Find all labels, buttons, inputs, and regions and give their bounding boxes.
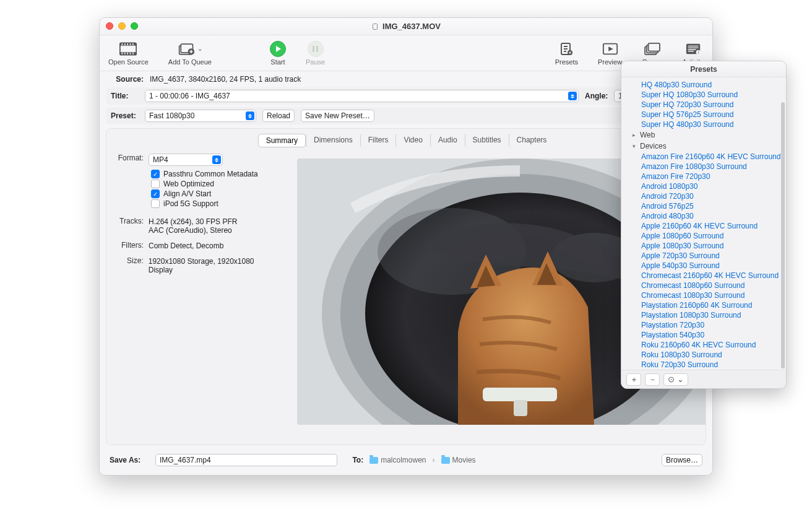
add-to-queue-menu-caret[interactable]: ⌄ — [197, 45, 202, 52]
preset-group-web[interactable]: ▸Web — [625, 129, 782, 141]
preset-actions-button[interactable]: ⊙ ⌄ — [663, 373, 688, 386]
preset-value: Fast 1080p30 — [149, 111, 194, 120]
web-optimized-checkbox[interactable] — [151, 180, 160, 188]
presets-icon — [558, 41, 575, 57]
tracks-line1: H.264 (x264), 30 FPS PFR — [149, 217, 237, 226]
passthru-label: Passthru Common Metadata — [163, 170, 258, 178]
svg-rect-4 — [122, 43, 123, 45]
add-preset-button[interactable]: ＋ — [626, 373, 641, 386]
presets-panel: Presets HQ 480p30 Surround Super HQ 1080… — [621, 61, 787, 389]
tab-filters[interactable]: Filters — [360, 134, 396, 147]
save-new-preset-button[interactable]: Save New Preset… — [301, 110, 374, 122]
preset-item[interactable]: Super HQ 1080p30 Surround — [625, 90, 782, 100]
preset-item[interactable]: Amazon Fire 720p30 — [625, 172, 782, 181]
svg-rect-9 — [122, 53, 123, 54]
reload-label: Reload — [267, 111, 290, 120]
preview-icon — [602, 41, 619, 57]
preset-item[interactable]: Playstation 1080p30 Surround — [625, 310, 782, 320]
preset-item[interactable]: HQ 480p30 Surround — [625, 80, 782, 90]
preset-item[interactable]: Apple 1080p60 Surround — [625, 231, 782, 241]
format-select[interactable]: MP4 — [149, 154, 223, 166]
svg-text:i: i — [698, 50, 698, 54]
preset-item[interactable]: Apple 2160p60 4K HEVC Surround — [625, 221, 782, 231]
preset-item[interactable]: Android 576p25 — [625, 201, 782, 211]
preset-item[interactable]: Amazon Fire 1080p30 Surround — [625, 162, 782, 172]
preview-label: Preview — [598, 58, 622, 66]
reload-button[interactable]: Reload — [262, 110, 295, 122]
path-movies[interactable]: Movies — [441, 456, 476, 464]
svg-rect-0 — [373, 24, 378, 29]
folder-icon — [369, 457, 378, 464]
preset-item[interactable]: Chromecast 2160p60 4K HEVC Surround — [625, 271, 782, 281]
content-panel: Summary Dimensions Filters Video Audio S… — [106, 128, 706, 445]
preset-item[interactable]: Chromecast 1080p30 Surround — [625, 290, 782, 300]
presets-button[interactable]: Presets — [555, 41, 578, 66]
source-value: IMG_4637, 3840x2160, 24 FPS, 1 audio tra… — [150, 75, 301, 84]
align-av-checkbox[interactable]: ✓ — [151, 189, 160, 198]
title-label: Title: — [111, 92, 139, 100]
browse-button[interactable]: Browse… — [662, 454, 702, 466]
save-as-input[interactable]: IMG_4637.mp4 — [155, 454, 337, 466]
title-value: 1 - 00:00:06 - IMG_4637 — [149, 92, 230, 100]
preset-item[interactable]: Roku 720p30 Surround — [625, 360, 782, 370]
align-av-label: Align A/V Start — [163, 189, 211, 198]
tab-audio[interactable]: Audio — [430, 134, 465, 147]
preset-item[interactable]: Android 480p30 — [625, 211, 782, 221]
add-to-queue-icon[interactable] — [178, 41, 195, 57]
preset-item[interactable]: Apple 540p30 Surround — [625, 261, 782, 271]
ipod-checkbox[interactable] — [151, 199, 160, 208]
preset-select[interactable]: Fast 1080p30 — [145, 110, 256, 122]
pause-icon — [308, 41, 324, 57]
save-as-label: Save As: — [110, 456, 147, 464]
open-source-button[interactable]: Open Source — [108, 41, 149, 66]
document-icon — [371, 23, 379, 30]
save-as-row: Save As: IMG_4637.mp4 To: malcolmowen › … — [100, 448, 712, 475]
tab-video[interactable]: Video — [395, 134, 430, 147]
to-label: To: — [352, 456, 363, 464]
tab-summary[interactable]: Summary — [258, 134, 306, 147]
traffic-lights — [106, 22, 138, 30]
updown-icon — [246, 111, 254, 120]
start-button[interactable]: Start — [270, 41, 286, 66]
film-icon — [119, 41, 137, 57]
path-user[interactable]: malcolmowen — [369, 456, 426, 464]
preset-item[interactable]: Super HQ 480p30 Surround — [625, 120, 782, 129]
preset-item[interactable]: Roku 2160p60 4K HEVC Surround — [625, 340, 782, 350]
passthru-checkbox[interactable]: ✓ — [151, 170, 160, 178]
filters-label: Filters: — [113, 241, 144, 250]
presets-list[interactable]: HQ 480p30 Surround Super HQ 1080p30 Surr… — [621, 77, 786, 370]
preset-item[interactable]: Roku 1080p30 Surround — [625, 350, 782, 360]
scrollbar[interactable] — [781, 102, 785, 368]
remove-preset-button[interactable]: － — [645, 373, 660, 386]
preset-item[interactable]: Android 720p30 — [625, 191, 782, 201]
browse-label: Browse… — [666, 456, 698, 464]
preset-row: Preset: Fast 1080p30 Reload Save New Pre… — [106, 107, 706, 124]
preset-item[interactable]: Playstation 2160p60 4K Surround — [625, 300, 782, 310]
svg-rect-34 — [514, 400, 527, 416]
preset-item[interactable]: Apple 1080p30 Surround — [625, 241, 782, 251]
tab-chapters[interactable]: Chapters — [509, 134, 555, 147]
tab-bar: Summary Dimensions Filters Video Audio S… — [113, 134, 699, 147]
ipod-label: iPod 5G Support — [163, 199, 218, 208]
close-window-button[interactable] — [106, 22, 113, 30]
zoom-window-button[interactable] — [131, 22, 138, 30]
chevron-down-icon: ▾ — [633, 143, 637, 149]
preset-group-devices[interactable]: ▾Devices — [625, 141, 782, 152]
minimize-window-button[interactable] — [118, 22, 126, 30]
preset-item[interactable]: Apple 720p30 Surround — [625, 251, 782, 261]
tab-subtitles[interactable]: Subtitles — [465, 134, 509, 147]
preset-item[interactable]: Super HQ 720p30 Surround — [625, 100, 782, 110]
svg-rect-7 — [130, 43, 131, 45]
title-select[interactable]: 1 - 00:00:06 - IMG_4637 — [145, 90, 579, 102]
preset-item[interactable]: Super HQ 576p25 Surround — [625, 110, 782, 120]
tab-dimensions[interactable]: Dimensions — [306, 134, 360, 147]
updown-icon — [212, 155, 221, 164]
preset-item[interactable]: Android 1080p30 — [625, 181, 782, 191]
pause-label: Pause — [306, 58, 325, 66]
preset-item[interactable]: Amazon Fire 2160p60 4K HEVC Surround — [625, 152, 782, 162]
preview-button[interactable]: Preview — [598, 41, 622, 66]
preset-item[interactable]: Playstation 540p30 — [625, 330, 782, 340]
preset-item[interactable]: Chromecast 1080p60 Surround — [625, 281, 782, 290]
preset-item[interactable]: Playstation 720p30 — [625, 320, 782, 330]
format-value: MP4 — [153, 155, 168, 164]
